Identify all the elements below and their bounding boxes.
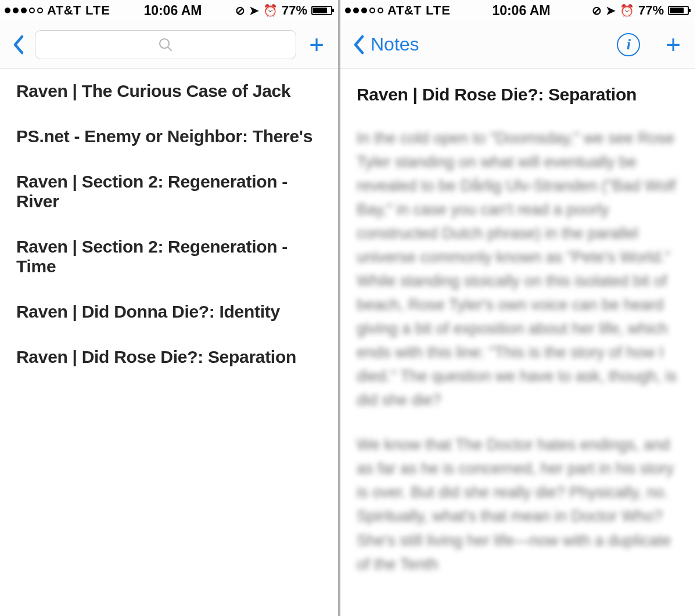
location-icon: ➤ xyxy=(249,5,259,16)
note-paragraph: In the cold open to "Doomsday," we see R… xyxy=(357,127,678,412)
note-title: Raven | Did Rose Die?: Separation xyxy=(357,85,678,105)
carrier-label: AT&T xyxy=(387,3,422,18)
location-icon: ➤ xyxy=(606,5,616,16)
back-button[interactable] xyxy=(352,34,365,55)
back-button[interactable] xyxy=(12,34,24,55)
status-bar: AT&T LTE 10:06 AM ⊘ ➤ ⏰ 77% xyxy=(340,0,695,21)
search-input[interactable] xyxy=(35,30,296,59)
battery-pct-label: 77% xyxy=(282,3,307,18)
note-paragraph: We know that The Doctor hates endings, a… xyxy=(357,433,678,576)
list-item[interactable]: Raven | The Curious Case of Jack xyxy=(0,69,338,114)
list-item[interactable]: Raven | Section 2: Regeneration - Time xyxy=(0,224,338,289)
detail-navbar: Notes i + xyxy=(340,21,695,69)
signal-dots-icon xyxy=(5,8,43,13)
status-bar: AT&T LTE 10:06 AM ⊘ ➤ ⏰ 77% xyxy=(0,0,338,21)
list-item[interactable]: Raven | Section 2: Regeneration - River xyxy=(0,159,338,224)
back-label[interactable]: Notes xyxy=(371,34,419,55)
rotation-lock-icon: ⊘ xyxy=(235,5,245,16)
search-icon xyxy=(158,37,173,52)
list-item[interactable]: PS.net - Enemy or Neighbor: There's xyxy=(0,114,338,159)
battery-icon xyxy=(311,6,332,15)
clock-label: 10:06 AM xyxy=(492,3,550,19)
rotation-lock-icon: ⊘ xyxy=(592,5,602,16)
alarm-icon: ⏰ xyxy=(263,5,278,16)
note-content[interactable]: Raven | Did Rose Die?: Separation In the… xyxy=(340,69,695,577)
note-detail-pane: AT&T LTE 10:06 AM ⊘ ➤ ⏰ 77% Notes i + Ra… xyxy=(340,0,695,616)
svg-line-1 xyxy=(168,47,171,51)
carrier-label: AT&T xyxy=(47,3,81,18)
info-button[interactable]: i xyxy=(617,33,640,56)
new-note-button[interactable]: + xyxy=(663,32,683,57)
clock-label: 10:06 AM xyxy=(143,3,202,19)
signal-dots-icon xyxy=(345,8,383,13)
alarm-icon: ⏰ xyxy=(620,5,634,16)
notes-list[interactable]: Raven | The Curious Case of Jack PS.net … xyxy=(0,69,338,380)
network-label: LTE xyxy=(85,3,110,18)
battery-pct-label: 77% xyxy=(638,3,664,18)
notes-list-pane: AT&T LTE 10:06 AM ⊘ ➤ ⏰ 77% + Raven | Th… xyxy=(0,0,340,616)
battery-icon xyxy=(668,6,689,15)
list-navbar: + xyxy=(0,21,338,69)
network-label: LTE xyxy=(426,3,451,18)
note-body: In the cold open to "Doomsday," we see R… xyxy=(357,127,678,577)
list-item[interactable]: Raven | Did Donna Die?: Identity xyxy=(0,289,338,334)
list-item[interactable]: Raven | Did Rose Die?: Separation xyxy=(0,334,338,380)
new-note-button[interactable]: + xyxy=(307,32,326,57)
